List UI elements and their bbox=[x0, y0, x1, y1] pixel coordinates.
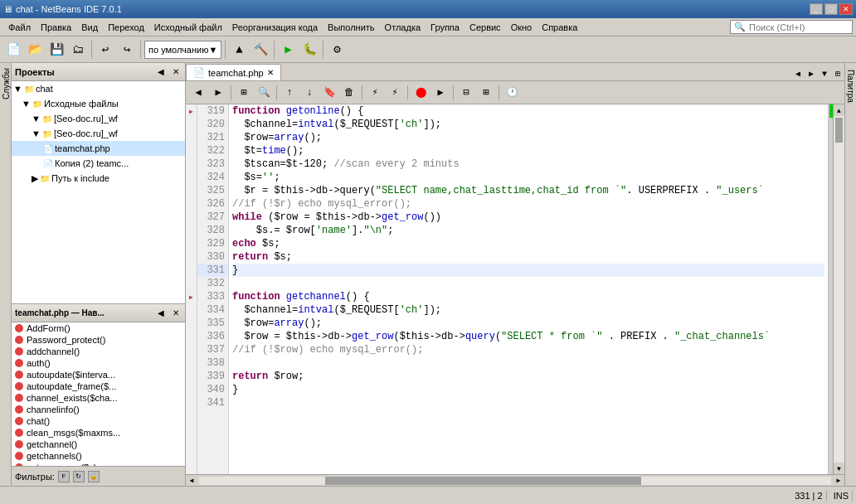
vertical-scrollbar[interactable]: ▲ ▼ bbox=[833, 104, 844, 474]
code-editor[interactable]: function getonline() { $channel=intval($… bbox=[229, 104, 828, 474]
bp-324[interactable] bbox=[186, 171, 197, 184]
bp-335[interactable] bbox=[186, 317, 197, 330]
tree-item-copy[interactable]: 📄 Копия (2) teamc... bbox=[12, 156, 185, 171]
tree-item-seo2[interactable]: ▼ 📁 [Seo-doc.ru]_wf bbox=[12, 126, 185, 141]
ed-history[interactable]: 🕐 bbox=[503, 84, 521, 102]
nav-item-autoupdate-frame[interactable]: autoupdate_frame($... bbox=[12, 380, 185, 392]
tree-item-include[interactable]: ▶ 📁 Путь к include bbox=[12, 171, 185, 186]
bp-341[interactable] bbox=[186, 396, 197, 410]
h-scroll-track[interactable] bbox=[199, 477, 831, 485]
ed-run-button[interactable]: ▶ bbox=[431, 84, 450, 102]
filter-button-3[interactable]: 🔒 bbox=[88, 471, 100, 482]
search-input[interactable] bbox=[749, 22, 849, 32]
tree-item-chat[interactable]: ▼ 📁 chat bbox=[12, 81, 185, 96]
bp-329[interactable] bbox=[186, 237, 197, 250]
bp-325[interactable] bbox=[186, 184, 197, 197]
close-button[interactable]: ✕ bbox=[839, 3, 853, 15]
menu-team[interactable]: Группа bbox=[426, 21, 464, 34]
h-scroll-thumb[interactable] bbox=[325, 477, 641, 485]
ed-back-button[interactable]: ◀ bbox=[189, 84, 207, 102]
editor-tab-teamchat[interactable]: 📄 teamchat.php ✕ bbox=[186, 64, 281, 80]
new-file-button[interactable]: 📄 bbox=[3, 40, 23, 60]
save-all-button[interactable]: 🗂 bbox=[68, 40, 88, 60]
menu-source[interactable]: Исходный файл bbox=[149, 21, 227, 34]
run-button[interactable]: ▶ bbox=[278, 40, 298, 60]
navigator-close-button[interactable]: ✕ bbox=[170, 308, 182, 319]
bp-334[interactable] bbox=[186, 303, 197, 317]
bp-333[interactable]: ▶ bbox=[186, 290, 197, 303]
nav-item-clean-msgs[interactable]: clean_msgs($maxms... bbox=[12, 427, 185, 439]
ed-forward-button[interactable]: ▶ bbox=[209, 84, 227, 102]
ed-action-1[interactable]: ⚡ bbox=[366, 84, 384, 102]
save-button[interactable]: 💾 bbox=[46, 40, 66, 60]
tab-nav-down[interactable]: ▼ bbox=[818, 67, 831, 80]
bp-319[interactable]: ▶ bbox=[186, 104, 197, 118]
ed-stop-button[interactable]: ⬤ bbox=[411, 84, 430, 102]
open-button[interactable]: 📂 bbox=[25, 40, 45, 60]
maximize-button[interactable]: □ bbox=[824, 3, 838, 15]
bp-337[interactable] bbox=[186, 343, 197, 356]
bp-326[interactable] bbox=[186, 197, 197, 211]
nav-item-addchannel[interactable]: addchannel() bbox=[12, 346, 185, 357]
nav-item-getchannel[interactable]: getchannel() bbox=[12, 439, 185, 450]
menu-refactor[interactable]: Реорганизация кода bbox=[227, 21, 323, 34]
ed-bookmark-add[interactable]: 🔖 bbox=[320, 84, 338, 102]
bp-323[interactable] bbox=[186, 158, 197, 171]
bp-322[interactable] bbox=[186, 144, 197, 158]
scroll-track[interactable] bbox=[834, 116, 844, 463]
ed-bookmark-prev[interactable]: ↑ bbox=[280, 84, 299, 102]
services-tab[interactable]: Службы bbox=[0, 63, 11, 104]
ed-diff-1[interactable]: ⊟ bbox=[457, 84, 475, 102]
nav-item-chat[interactable]: chat() bbox=[12, 415, 185, 427]
undo-button[interactable]: ↩ bbox=[95, 40, 115, 60]
bp-331[interactable] bbox=[186, 264, 197, 277]
projects-close-button[interactable]: ✕ bbox=[170, 66, 182, 78]
ed-bookmark-clear[interactable]: 🗑 bbox=[340, 84, 358, 102]
tab-nav-expand[interactable]: ⊞ bbox=[831, 67, 844, 80]
navigator-minimize-button[interactable]: ◀ bbox=[155, 308, 167, 319]
menu-file[interactable]: Файл bbox=[3, 21, 36, 34]
bp-338[interactable] bbox=[186, 356, 197, 370]
ed-bookmark-next[interactable]: ↓ bbox=[300, 84, 319, 102]
scroll-left-button[interactable]: ◀ bbox=[186, 475, 197, 486]
toolbar-extra-1[interactable]: ⚙ bbox=[327, 40, 347, 60]
tree-item-seo1[interactable]: ▼ 📁 [Seo-doc.ru]_wf bbox=[12, 111, 185, 126]
bp-330[interactable] bbox=[186, 250, 197, 264]
ed-search-button[interactable]: 🔍 bbox=[255, 84, 273, 102]
filter-button-1[interactable]: F bbox=[58, 471, 70, 482]
nav-item-password[interactable]: Password_protect() bbox=[12, 334, 185, 346]
palette-tab[interactable]: Палитра bbox=[844, 65, 856, 108]
ed-toggle-button[interactable]: ⊞ bbox=[235, 84, 253, 102]
filter-button-2[interactable]: ↻ bbox=[73, 471, 85, 482]
ed-diff-2[interactable]: ⊞ bbox=[477, 84, 495, 102]
minimize-button[interactable]: _ bbox=[810, 3, 823, 15]
tree-item-teamchat[interactable]: 📄 teamchat.php bbox=[12, 141, 185, 156]
bp-339[interactable] bbox=[186, 370, 197, 383]
build-button[interactable]: ▲ bbox=[229, 40, 249, 60]
scroll-up-button[interactable]: ▲ bbox=[834, 104, 844, 116]
menu-edit[interactable]: Правка bbox=[36, 21, 76, 34]
bp-327[interactable] bbox=[186, 211, 197, 224]
menu-window[interactable]: Окно bbox=[506, 21, 537, 34]
clean-build-button[interactable]: 🔨 bbox=[250, 40, 270, 60]
bp-332[interactable] bbox=[186, 277, 197, 290]
menu-navigate[interactable]: Переход bbox=[103, 21, 149, 34]
nav-item-auth[interactable]: auth() bbox=[12, 357, 185, 369]
bp-320[interactable] bbox=[186, 118, 197, 131]
nav-item-getchannels[interactable]: getchannels() bbox=[12, 450, 185, 462]
menu-view[interactable]: Вид bbox=[76, 21, 103, 34]
menu-debug[interactable]: Отладка bbox=[380, 21, 426, 34]
scroll-thumb[interactable] bbox=[835, 118, 843, 143]
search-box[interactable]: 🔍 bbox=[730, 20, 853, 34]
scroll-down-button[interactable]: ▼ bbox=[834, 463, 844, 474]
projects-minimize-button[interactable]: ◀ bbox=[155, 66, 167, 78]
bp-340[interactable] bbox=[186, 383, 197, 396]
nav-item-channelinfo[interactable]: channelinfo() bbox=[12, 404, 185, 415]
bp-321[interactable] bbox=[186, 131, 197, 144]
scroll-right-button[interactable]: ▶ bbox=[833, 475, 844, 486]
nav-item-autoupdate[interactable]: autoupdate($interva... bbox=[12, 369, 185, 380]
tree-item-sources[interactable]: ▼ 📁 Исходные файлы bbox=[12, 96, 185, 111]
nav-item-addform[interactable]: AddForm() bbox=[12, 322, 185, 334]
bp-336[interactable] bbox=[186, 330, 197, 343]
profile-dropdown[interactable]: по умолчанию ▼ bbox=[144, 41, 221, 59]
